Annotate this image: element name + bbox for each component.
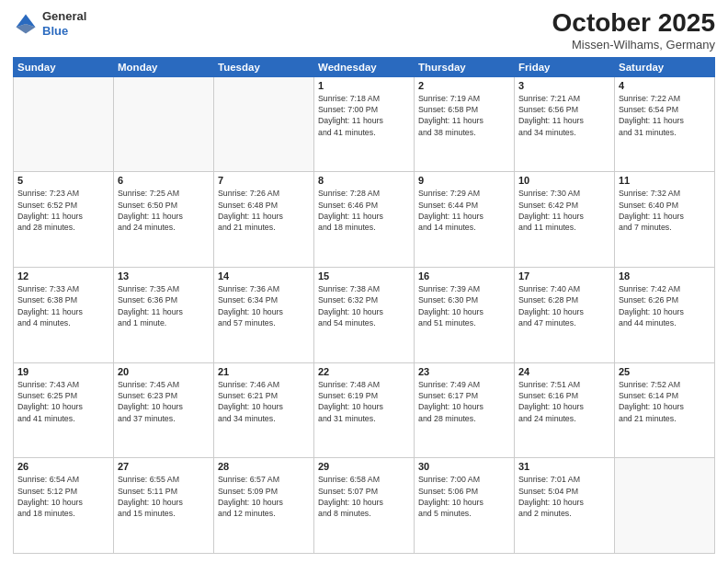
day-info: Sunrise: 7:23 AM Sunset: 6:52 PM Dayligh…	[17, 188, 109, 233]
calendar-cell: 19Sunrise: 7:43 AM Sunset: 6:25 PM Dayli…	[14, 362, 114, 458]
logo: General Blue	[13, 9, 86, 38]
calendar-week-row: 12Sunrise: 7:33 AM Sunset: 6:38 PM Dayli…	[14, 268, 715, 363]
calendar-cell: 24Sunrise: 7:51 AM Sunset: 6:16 PM Dayli…	[515, 362, 615, 458]
calendar-cell: 29Sunrise: 6:58 AM Sunset: 5:07 PM Dayli…	[314, 458, 415, 554]
day-info: Sunrise: 7:28 AM Sunset: 6:46 PM Dayligh…	[318, 188, 410, 233]
calendar-cell: 27Sunrise: 6:55 AM Sunset: 5:11 PM Dayli…	[114, 458, 214, 554]
calendar-cell	[14, 76, 114, 172]
calendar: SundayMondayTuesdayWednesdayThursdayFrid…	[13, 57, 715, 554]
day-info: Sunrise: 7:19 AM Sunset: 6:58 PM Dayligh…	[418, 93, 510, 138]
logo-general: General	[42, 9, 86, 23]
calendar-cell: 20Sunrise: 7:45 AM Sunset: 6:23 PM Dayli…	[114, 362, 214, 458]
day-info: Sunrise: 7:00 AM Sunset: 5:06 PM Dayligh…	[418, 474, 510, 519]
day-info: Sunrise: 7:21 AM Sunset: 6:56 PM Dayligh…	[518, 93, 610, 138]
calendar-cell: 21Sunrise: 7:46 AM Sunset: 6:21 PM Dayli…	[214, 362, 314, 458]
calendar-cell: 23Sunrise: 7:49 AM Sunset: 6:17 PM Dayli…	[415, 362, 515, 458]
weekday-header: Tuesday	[214, 57, 314, 76]
weekday-header: Wednesday	[314, 57, 415, 76]
calendar-cell: 11Sunrise: 7:32 AM Sunset: 6:40 PM Dayli…	[615, 172, 715, 268]
calendar-cell: 5Sunrise: 7:23 AM Sunset: 6:52 PM Daylig…	[14, 172, 114, 268]
day-number: 8	[318, 175, 410, 186]
calendar-cell: 15Sunrise: 7:38 AM Sunset: 6:32 PM Dayli…	[314, 268, 415, 363]
day-info: Sunrise: 7:51 AM Sunset: 6:16 PM Dayligh…	[518, 379, 610, 424]
day-number: 3	[518, 80, 610, 91]
logo-blue: Blue	[42, 24, 68, 38]
day-info: Sunrise: 7:18 AM Sunset: 7:00 PM Dayligh…	[318, 93, 410, 138]
day-info: Sunrise: 7:40 AM Sunset: 6:28 PM Dayligh…	[518, 283, 610, 328]
calendar-cell	[615, 458, 715, 554]
day-info: Sunrise: 7:52 AM Sunset: 6:14 PM Dayligh…	[619, 379, 711, 424]
day-info: Sunrise: 7:36 AM Sunset: 6:34 PM Dayligh…	[218, 283, 310, 328]
day-number: 18	[619, 270, 711, 282]
day-number: 31	[518, 461, 610, 472]
day-number: 4	[619, 80, 711, 91]
day-number: 25	[619, 366, 711, 377]
calendar-cell: 1Sunrise: 7:18 AM Sunset: 7:00 PM Daylig…	[314, 76, 415, 172]
day-number: 6	[118, 175, 210, 186]
weekday-header: Thursday	[415, 57, 515, 76]
day-number: 23	[418, 366, 510, 377]
day-info: Sunrise: 6:57 AM Sunset: 5:09 PM Dayligh…	[218, 474, 310, 519]
day-info: Sunrise: 7:49 AM Sunset: 6:17 PM Dayligh…	[418, 379, 510, 424]
day-info: Sunrise: 7:42 AM Sunset: 6:26 PM Dayligh…	[619, 283, 711, 328]
calendar-cell: 17Sunrise: 7:40 AM Sunset: 6:28 PM Dayli…	[515, 268, 615, 363]
month-title: October 2025	[552, 9, 715, 38]
day-number: 13	[118, 270, 210, 282]
day-number: 16	[418, 270, 510, 282]
day-number: 15	[318, 270, 410, 282]
day-info: Sunrise: 6:54 AM Sunset: 5:12 PM Dayligh…	[17, 474, 109, 519]
logo-icon	[13, 11, 39, 37]
calendar-cell	[214, 76, 314, 172]
day-number: 2	[418, 80, 510, 91]
calendar-cell	[114, 76, 214, 172]
day-number: 19	[17, 366, 109, 377]
day-info: Sunrise: 7:22 AM Sunset: 6:54 PM Dayligh…	[619, 93, 711, 138]
calendar-cell: 25Sunrise: 7:52 AM Sunset: 6:14 PM Dayli…	[615, 362, 715, 458]
header: General Blue October 2025 Missen-Wilhams…	[13, 9, 715, 52]
calendar-cell: 4Sunrise: 7:22 AM Sunset: 6:54 PM Daylig…	[615, 76, 715, 172]
calendar-week-row: 1Sunrise: 7:18 AM Sunset: 7:00 PM Daylig…	[14, 76, 715, 172]
logo-text: General Blue	[42, 9, 86, 38]
day-number: 9	[418, 175, 510, 186]
day-number: 12	[17, 270, 109, 282]
day-info: Sunrise: 6:58 AM Sunset: 5:07 PM Dayligh…	[318, 474, 410, 519]
day-number: 26	[17, 461, 109, 472]
day-info: Sunrise: 7:30 AM Sunset: 6:42 PM Dayligh…	[518, 188, 610, 233]
calendar-week-row: 26Sunrise: 6:54 AM Sunset: 5:12 PM Dayli…	[14, 458, 715, 554]
calendar-cell: 7Sunrise: 7:26 AM Sunset: 6:48 PM Daylig…	[214, 172, 314, 268]
day-number: 10	[518, 175, 610, 186]
day-info: Sunrise: 7:25 AM Sunset: 6:50 PM Dayligh…	[118, 188, 210, 233]
weekday-header: Saturday	[615, 57, 715, 76]
day-info: Sunrise: 7:26 AM Sunset: 6:48 PM Dayligh…	[218, 188, 310, 233]
day-info: Sunrise: 7:48 AM Sunset: 6:19 PM Dayligh…	[318, 379, 410, 424]
page: General Blue October 2025 Missen-Wilhams…	[0, 0, 728, 563]
day-number: 7	[218, 175, 310, 186]
day-info: Sunrise: 7:38 AM Sunset: 6:32 PM Dayligh…	[318, 283, 410, 328]
day-number: 1	[318, 80, 410, 91]
calendar-cell: 3Sunrise: 7:21 AM Sunset: 6:56 PM Daylig…	[515, 76, 615, 172]
day-info: Sunrise: 7:32 AM Sunset: 6:40 PM Dayligh…	[619, 188, 711, 233]
calendar-cell: 28Sunrise: 6:57 AM Sunset: 5:09 PM Dayli…	[214, 458, 314, 554]
weekday-header: Friday	[515, 57, 615, 76]
calendar-week-row: 5Sunrise: 7:23 AM Sunset: 6:52 PM Daylig…	[14, 172, 715, 268]
day-info: Sunrise: 7:39 AM Sunset: 6:30 PM Dayligh…	[418, 283, 510, 328]
day-number: 5	[17, 175, 109, 186]
day-number: 29	[318, 461, 410, 472]
day-number: 11	[619, 175, 711, 186]
calendar-week-row: 19Sunrise: 7:43 AM Sunset: 6:25 PM Dayli…	[14, 362, 715, 458]
day-number: 30	[418, 461, 510, 472]
day-info: Sunrise: 7:29 AM Sunset: 6:44 PM Dayligh…	[418, 188, 510, 233]
calendar-cell: 10Sunrise: 7:30 AM Sunset: 6:42 PM Dayli…	[515, 172, 615, 268]
day-info: Sunrise: 7:46 AM Sunset: 6:21 PM Dayligh…	[218, 379, 310, 424]
day-number: 24	[518, 366, 610, 377]
weekday-header: Monday	[114, 57, 214, 76]
calendar-cell: 12Sunrise: 7:33 AM Sunset: 6:38 PM Dayli…	[14, 268, 114, 363]
calendar-cell: 2Sunrise: 7:19 AM Sunset: 6:58 PM Daylig…	[415, 76, 515, 172]
day-number: 27	[118, 461, 210, 472]
day-number: 21	[218, 366, 310, 377]
day-info: Sunrise: 7:45 AM Sunset: 6:23 PM Dayligh…	[118, 379, 210, 424]
title-block: October 2025 Missen-Wilhams, Germany	[552, 9, 715, 52]
calendar-cell: 14Sunrise: 7:36 AM Sunset: 6:34 PM Dayli…	[214, 268, 314, 363]
calendar-cell: 16Sunrise: 7:39 AM Sunset: 6:30 PM Dayli…	[415, 268, 515, 363]
weekday-header: Sunday	[14, 57, 114, 76]
